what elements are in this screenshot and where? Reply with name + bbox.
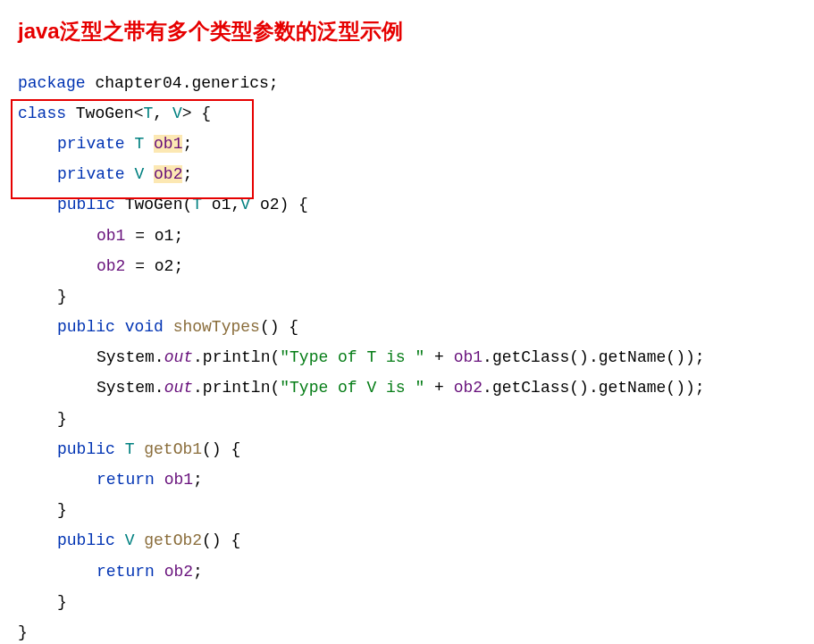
text: o1, — [202, 196, 240, 213]
type-param: V — [172, 105, 182, 122]
code-line: ob2 = o2; — [18, 251, 796, 281]
text — [144, 135, 154, 153]
keyword: public — [57, 531, 115, 549]
type: V — [240, 196, 250, 213]
text — [134, 440, 144, 458]
page-title: java泛型之带有多个类型参数的泛型示例 — [18, 11, 796, 52]
text: System. — [97, 348, 164, 366]
text: .println( — [193, 348, 280, 366]
code-line: System.out.println("Type of T is " + ob1… — [18, 342, 796, 372]
text: () { — [260, 318, 298, 336]
code-line: } — [18, 617, 796, 644]
text: ; — [193, 471, 203, 489]
code-line: package chapter04.generics; — [18, 68, 796, 98]
code-line: } — [18, 404, 796, 434]
text — [155, 563, 164, 581]
text — [134, 531, 144, 549]
text: } — [57, 501, 67, 519]
text: System. — [97, 379, 164, 397]
code-line: return ob2; — [18, 556, 796, 587]
method-name: getOb1 — [144, 440, 202, 458]
field: ob2 — [154, 165, 182, 183]
text: TwoGen — [66, 105, 134, 122]
field: ob2 — [454, 379, 483, 397]
text: () { — [202, 531, 240, 549]
text: ( — [182, 196, 192, 213]
text — [115, 531, 125, 549]
text — [115, 318, 125, 336]
text: ; — [182, 135, 192, 153]
text: > — [182, 105, 192, 122]
text: .getClass().getName()); — [483, 348, 704, 366]
type-param: T — [143, 105, 153, 122]
keyword: public — [57, 196, 115, 213]
keyword: public — [57, 440, 115, 458]
text: } — [18, 623, 28, 641]
text — [115, 196, 125, 213]
text: + — [424, 348, 453, 366]
string: "Type of T is " — [280, 348, 424, 366]
text: o2) { — [250, 196, 308, 213]
text: .getClass().getName()); — [483, 379, 704, 397]
text: ; — [193, 563, 203, 581]
code-line: } — [18, 495, 796, 525]
method-name: TwoGen — [125, 196, 183, 213]
code-line: public T getOb1() { — [18, 434, 796, 464]
keyword: class — [18, 105, 66, 122]
text: { — [192, 105, 212, 122]
keyword: void — [125, 318, 164, 336]
code-block: package chapter04.generics; class TwoGen… — [18, 68, 796, 644]
text: .println( — [193, 379, 280, 397]
code-line: public V getOb2() { — [18, 525, 796, 556]
keyword: package — [18, 74, 86, 92]
text — [155, 471, 164, 489]
keyword: return — [97, 563, 155, 581]
type: T — [134, 135, 144, 153]
code-line: return ob1; — [18, 464, 796, 495]
field: ob1 — [97, 227, 125, 245]
type: T — [192, 196, 202, 213]
text: } — [57, 288, 67, 305]
code-line: ob1 = o1; — [18, 221, 796, 251]
text — [125, 165, 135, 183]
keyword: private — [57, 135, 125, 153]
string: "Type of V is " — [280, 379, 424, 397]
static-field: out — [164, 348, 193, 366]
code-line: } — [18, 281, 796, 312]
text: = o2; — [125, 257, 183, 275]
text: } — [57, 410, 67, 428]
method-name: showTypes — [173, 318, 260, 336]
code-line: class TwoGen<T, V> { — [18, 98, 796, 129]
field: ob1 — [454, 348, 483, 366]
code-line: public void showTypes() { — [18, 312, 796, 342]
text: () { — [202, 440, 240, 458]
type: T — [125, 440, 135, 458]
type: V — [125, 531, 135, 549]
text: } — [57, 593, 67, 611]
keyword: private — [57, 165, 125, 183]
field: ob2 — [97, 257, 125, 275]
text — [125, 135, 135, 153]
code-line: } — [18, 587, 796, 617]
method-name: getOb2 — [144, 531, 202, 549]
code-line: private V ob2; — [18, 159, 796, 189]
text: = o1; — [125, 227, 183, 245]
text: , — [153, 105, 172, 122]
static-field: out — [164, 379, 193, 397]
code-line: System.out.println("Type of V is " + ob2… — [18, 372, 796, 403]
text: chapter04.generics; — [86, 74, 279, 92]
text — [115, 440, 125, 458]
field: ob1 — [164, 471, 193, 489]
code-line: private T ob1; — [18, 129, 796, 159]
text: ; — [182, 165, 192, 183]
text — [144, 165, 154, 183]
text: < — [134, 105, 144, 122]
type: V — [134, 165, 144, 183]
keyword: public — [57, 318, 115, 336]
text — [164, 318, 173, 336]
text: + — [424, 379, 453, 397]
field: ob2 — [164, 563, 193, 581]
keyword: return — [97, 471, 155, 489]
code-line: public TwoGen(T o1,V o2) { — [18, 189, 796, 220]
field: ob1 — [154, 135, 182, 153]
